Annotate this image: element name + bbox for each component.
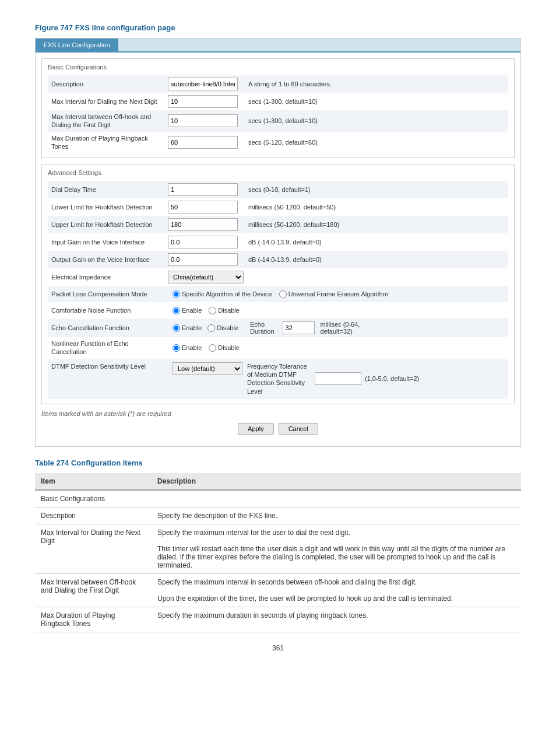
input-max-interval-next[interactable]	[168, 95, 244, 108]
output-gain-field[interactable]	[168, 253, 238, 266]
input-description[interactable]	[168, 78, 244, 90]
echo-cancel-disable[interactable]: Disable	[207, 324, 238, 332]
nonlinear-echo-options: Enable Disable	[173, 344, 505, 352]
echo-cancel-enable[interactable]: Enable	[173, 324, 202, 332]
comfortable-noise-disable[interactable]: Disable	[209, 307, 240, 314]
hint-input-gain: dB (-14.0-13.9, default=0)	[248, 239, 505, 246]
dial-delay-field[interactable]	[168, 183, 238, 196]
input-dial-delay[interactable]	[168, 183, 244, 196]
echo-duration-hint: millisec (0-64,default=32)	[321, 321, 360, 335]
nonlinear-echo-disable[interactable]: Disable	[209, 344, 240, 352]
table-row-basic-section: Basic Configurations	[35, 490, 521, 508]
button-row: Apply Cancel	[36, 423, 520, 435]
row-output-gain: Output Gain on the Voice Interface dB (-…	[48, 251, 508, 268]
cancel-button[interactable]: Cancel	[279, 423, 318, 435]
label-dial-delay: Dial Delay Time	[51, 186, 168, 194]
nonlinear-echo-disable-radio[interactable]	[209, 344, 216, 352]
label-comfortable-noise: Comfortable Noise Function	[51, 306, 168, 314]
tab-bar: FXS Line Configuration	[36, 38, 520, 52]
advanced-section-title: Advanced Settings	[48, 169, 508, 176]
row-comfortable-noise: Comfortable Noise Function Enable Disabl…	[48, 302, 508, 318]
row-description: Description A string of 1 to 80 characte…	[48, 75, 508, 93]
nonlinear-echo-enable[interactable]: Enable	[173, 344, 202, 352]
item-max-interval-next: Max Interval for Dialing the Next Digit	[35, 524, 152, 573]
max-interval-next-field[interactable]	[168, 95, 238, 108]
table-row-description: Description Specify the description of t…	[35, 507, 521, 524]
row-max-duration-ringback: Max Duration of Playing Ringback Tones s…	[48, 132, 508, 153]
echo-duration-label: EchoDuration	[250, 321, 275, 335]
input-gain-field[interactable]	[168, 236, 238, 249]
hint-max-duration-ringback: secs (5-120, default=60)	[248, 139, 505, 146]
comfortable-noise-disable-radio[interactable]	[209, 307, 216, 314]
nonlinear-echo-enable-radio[interactable]	[173, 344, 180, 352]
packet-loss-options: Specific Algorithm of the Device Univers…	[173, 290, 505, 298]
table-title: Table 274 Configuration items	[35, 459, 521, 467]
echo-cancel-disable-radio[interactable]	[207, 324, 215, 332]
row-max-interval-next: Max Interval for Dialing the Next Digit …	[48, 93, 508, 110]
table-row-max-interval-offhook: Max Interval between Off-hook and Dialin…	[35, 573, 521, 607]
row-dtmf: DTMF Detection Sensitivity Level Low (de…	[48, 359, 508, 399]
packet-loss-specific-radio[interactable]	[173, 290, 180, 298]
echo-duration-field[interactable]	[283, 321, 315, 334]
row-electrical-impedance: Electrical Impedance China(default) 600 …	[48, 268, 508, 286]
packet-loss-specific[interactable]: Specific Algorithm of the Device	[173, 290, 272, 298]
item-max-duration-ringback: Max Duration of Playing Ringback Tones	[35, 607, 152, 632]
input-upper-hookflash[interactable]	[168, 218, 244, 231]
advanced-section: Advanced Settings Dial Delay Time secs (…	[41, 164, 515, 404]
config-panel: FXS Line Configuration Basic Configurati…	[35, 38, 521, 447]
desc-description: Specify the description of the FXS line.	[152, 507, 521, 524]
table-row-max-interval-next: Max Interval for Dialing the Next Digit …	[35, 524, 521, 573]
hint-lower-hookflash: millisecs (50-1200, default=50)	[248, 204, 505, 211]
label-upper-hookflash: Upper Limit for Hookflash Detection	[51, 220, 168, 229]
comfortable-noise-enable-radio[interactable]	[173, 307, 180, 314]
hint-description: A string of 1 to 80 characters.	[248, 80, 505, 88]
input-lower-hookflash[interactable]	[168, 201, 244, 214]
echo-cancel-enable-radio[interactable]	[173, 324, 180, 332]
row-max-interval-offhook: Max Interval between Off-hook and Dialin…	[48, 110, 508, 132]
hint-upper-hookflash: millisecs (50-1200, default=180)	[248, 221, 505, 228]
dtmf-freq-label: Frequency Tolerance of Medium DTMF Detec…	[247, 362, 311, 396]
packet-loss-universal-radio[interactable]	[279, 290, 287, 298]
label-output-gain: Output Gain on the Voice Interface	[51, 256, 168, 264]
packet-loss-universal[interactable]: Universal Frame Erasure Algorithm	[279, 290, 388, 298]
input-max-duration-ringback[interactable]	[168, 136, 244, 149]
label-input-gain: Input Gain on the Voice Interface	[51, 238, 168, 246]
hint-dial-delay: secs (0-10, default=1)	[248, 186, 505, 193]
label-max-interval-next: Max Interval for Dialing the Next Digit	[51, 97, 168, 106]
dtmf-freq-hint: (1.0-5.0, default=2)	[365, 375, 419, 382]
table-row-max-duration-ringback: Max Duration of Playing Ringback Tones S…	[35, 607, 521, 632]
basic-section-title: Basic Configurations	[48, 64, 508, 71]
max-interval-offhook-field[interactable]	[168, 114, 238, 127]
hint-max-interval-offhook: secs (1-300, default=10)	[248, 117, 505, 124]
electrical-impedance-select[interactable]: China(default) 600 Ohm 900 Ohm Complex	[168, 271, 244, 284]
row-packet-loss: Packet Loss Compensation Mode Specific A…	[48, 286, 508, 302]
input-input-gain[interactable]	[168, 236, 244, 249]
item-basic-section: Basic Configurations	[35, 490, 521, 508]
row-nonlinear-echo: Nonlinear Function of Echo Cancellation …	[48, 337, 508, 359]
fxs-tab[interactable]: FXS Line Configuration	[36, 38, 118, 51]
row-echo-cancellation: Echo Cancellation Function Enable Disabl…	[48, 318, 508, 337]
label-dtmf: DTMF Detection Sensitivity Level	[51, 362, 168, 370]
dtmf-sensitivity-select[interactable]: Low (default) Medium High	[173, 362, 242, 375]
label-echo-cancellation: Echo Cancellation Function	[51, 324, 168, 332]
basic-section: Basic Configurations Description A strin…	[41, 58, 515, 158]
label-nonlinear-echo: Nonlinear Function of Echo Cancellation	[51, 340, 168, 356]
comfortable-noise-enable[interactable]: Enable	[173, 307, 202, 314]
apply-button[interactable]: Apply	[238, 423, 274, 435]
upper-hookflash-field[interactable]	[168, 218, 238, 231]
input-output-gain[interactable]	[168, 253, 244, 266]
item-max-interval-offhook: Max Interval between Off-hook and Dialin…	[35, 573, 152, 607]
col-description: Description	[152, 473, 521, 490]
label-max-duration-ringback: Max Duration of Playing Ringback Tones	[51, 134, 168, 151]
desc-max-duration-ringback: Specify the maximum duration in seconds …	[152, 607, 521, 632]
row-dial-delay: Dial Delay Time secs (0-10, default=1)	[48, 181, 508, 198]
dtmf-freq-group: Frequency Tolerance of Medium DTMF Detec…	[247, 362, 419, 396]
label-max-interval-offhook: Max Interval between Off-hook and Dialin…	[51, 113, 168, 130]
input-max-interval-offhook[interactable]	[168, 114, 244, 127]
description-field[interactable]	[168, 78, 238, 90]
dtmf-freq-field[interactable]	[315, 372, 361, 385]
config-table: Item Description Basic Configurations De…	[35, 473, 521, 632]
max-duration-ringback-field[interactable]	[168, 136, 238, 149]
lower-hookflash-field[interactable]	[168, 201, 238, 214]
input-electrical-impedance[interactable]: China(default) 600 Ohm 900 Ohm Complex	[168, 271, 244, 284]
